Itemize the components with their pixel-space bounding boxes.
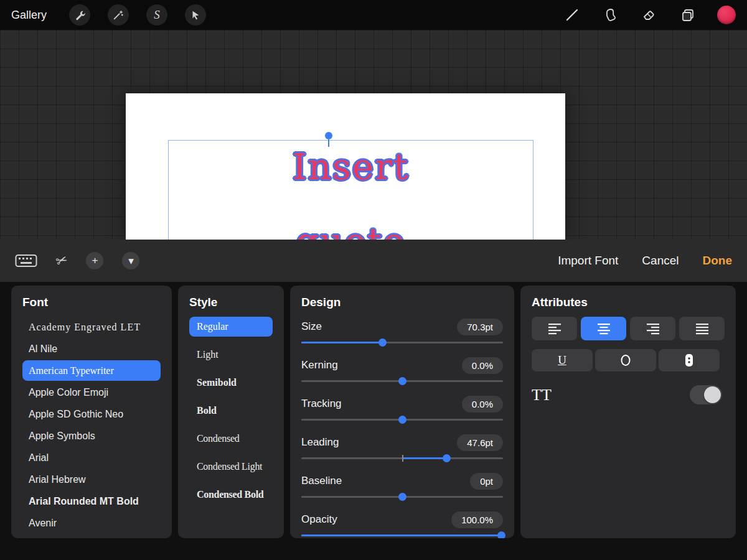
design-panel-title: Design (301, 296, 503, 309)
leading-label: Leading (301, 436, 339, 449)
scissors-icon[interactable]: ✂ (56, 253, 67, 269)
attributes-panel: Attributes (520, 286, 736, 538)
style-item-bold[interactable]: Bold (189, 401, 273, 421)
style-panel: Style Regular Light Semibold Bold Conden… (178, 286, 284, 538)
kerning-slider-track[interactable] (301, 376, 503, 385)
size-slider-row: Size 70.3pt (301, 317, 503, 347)
opacity-value[interactable]: 100.0% (451, 511, 503, 528)
size-value[interactable]: 70.3pt (457, 319, 503, 335)
baseline-slider-thumb[interactable] (398, 493, 406, 501)
canvas-workspace[interactable]: Insert quote (0, 30, 747, 240)
tracking-slider-track[interactable] (301, 415, 503, 424)
transform-icon[interactable] (185, 4, 206, 26)
tracking-slider-thumb[interactable] (398, 416, 406, 424)
opacity-slider-row: Opacity 100.0% (301, 510, 503, 538)
opacity-label: Opacity (301, 513, 337, 526)
style-item-condensed-light[interactable]: Condensed Light (189, 457, 273, 477)
baseline-value[interactable]: 0pt (470, 473, 503, 490)
leading-slider-thumb[interactable] (443, 454, 451, 462)
alignment-buttons (532, 317, 725, 340)
eraser-icon[interactable] (639, 4, 660, 26)
opacity-slider-thumb[interactable] (497, 531, 505, 538)
align-right-icon (645, 322, 661, 335)
text-sheet-toolbar: ✂ + ▾ Import Font Cancel Done (0, 240, 747, 282)
style-item-regular[interactable]: Regular (189, 317, 273, 337)
align-center-icon (596, 322, 612, 335)
style-item-condensed-bold[interactable]: Condensed Bold (189, 485, 273, 505)
style-list: Regular Light Semibold Bold Condensed Co… (189, 317, 273, 505)
active-color-swatch[interactable] (717, 6, 736, 24)
font-item-apple-sd-gothic-neo[interactable]: Apple SD Gothic Neo (22, 404, 161, 424)
align-left-button[interactable] (532, 317, 577, 340)
tracking-slider-row: Tracking 0.0% (301, 394, 503, 424)
align-center-button[interactable] (581, 317, 626, 340)
gallery-button[interactable]: Gallery (11, 9, 47, 22)
selection-icon[interactable]: S (146, 4, 167, 26)
smudge-icon[interactable] (600, 4, 621, 26)
leading-value[interactable]: 47.6pt (457, 434, 503, 451)
leading-slider-track[interactable] (301, 454, 503, 462)
font-item-american-typewriter[interactable]: American Typewriter (22, 360, 161, 381)
keyboard-icon[interactable] (15, 253, 37, 268)
font-item-arial[interactable]: Arial (22, 447, 161, 468)
align-justify-button[interactable] (679, 317, 725, 340)
import-font-button[interactable]: Import Font (558, 254, 618, 268)
baseline-slider-row: Baseline 0pt (301, 471, 503, 501)
magic-wand-icon[interactable] (108, 4, 129, 26)
font-item-avenir[interactable]: Avenir (22, 513, 161, 533)
outline-icon (620, 354, 631, 366)
style-item-semibold[interactable]: Semibold (189, 373, 273, 393)
text-style-buttons: U (532, 349, 725, 371)
kerning-slider-thumb[interactable] (398, 377, 406, 385)
baseline-label: Baseline (301, 475, 342, 487)
font-item-arial-rounded-mt-bold[interactable]: Arial Rounded MT Bold (22, 491, 161, 511)
style-item-condensed[interactable]: Condensed (189, 429, 273, 449)
font-item-academy-engraved-let[interactable]: Academy Engraved LET (22, 317, 161, 337)
opacity-slider-track[interactable] (301, 531, 503, 538)
font-item-al-nile[interactable]: Al Nile (22, 338, 161, 359)
vertical-text-button[interactable] (659, 349, 720, 371)
font-item-apple-color-emoji[interactable]: Apple Color Emoji (22, 382, 161, 403)
style-panel-title: Style (189, 296, 273, 309)
brush-icon[interactable] (561, 4, 583, 26)
font-panel: Font Academy Engraved LET Al Nile Americ… (11, 286, 172, 538)
font-list: Academy Engraved LET Al Nile American Ty… (22, 317, 161, 533)
align-left-icon (547, 322, 563, 335)
align-justify-icon (694, 322, 710, 335)
canvas-text-line1[interactable]: Insert (169, 146, 533, 188)
outline-button[interactable] (595, 349, 656, 371)
kerning-value[interactable]: 0.0% (462, 357, 503, 374)
align-right-button[interactable] (630, 317, 675, 340)
plus-icon[interactable]: + (86, 252, 103, 269)
chevron-down-icon[interactable]: ▾ (122, 252, 139, 269)
artwork-canvas[interactable]: Insert quote (126, 93, 565, 240)
canvas-text-line2[interactable]: quote (169, 220, 533, 240)
cancel-button[interactable]: Cancel (642, 254, 679, 268)
top-toolbar: Gallery S (0, 0, 747, 30)
underline-icon: U (558, 353, 566, 367)
attributes-panel-title: Attributes (532, 296, 725, 309)
size-slider-track[interactable] (301, 338, 503, 347)
underline-button[interactable]: U (532, 349, 593, 371)
font-panel-title: Font (22, 296, 161, 309)
design-panel: Design Size 70.3pt Kerning 0.0% (290, 286, 514, 538)
tt-toggle[interactable] (690, 385, 722, 404)
style-item-light[interactable]: Light (189, 345, 273, 365)
kerning-label: Kerning (301, 359, 338, 371)
leading-slider-row: Leading 47.6pt (301, 432, 503, 462)
font-item-apple-symbols[interactable]: Apple Symbols (22, 426, 161, 446)
capitalization-row: TT (532, 385, 725, 404)
tracking-value[interactable]: 0.0% (462, 396, 503, 413)
text-editing-sheet: ✂ + ▾ Import Font Cancel Done Font Acade… (0, 240, 747, 560)
text-bounding-box[interactable]: Insert quote (168, 140, 533, 240)
kerning-slider-row: Kerning 0.0% (301, 355, 503, 385)
font-item-arial-hebrew[interactable]: Arial Hebrew (22, 469, 161, 490)
layers-icon[interactable] (677, 4, 698, 26)
wrench-icon[interactable] (69, 4, 90, 26)
size-label: Size (301, 320, 322, 333)
procreate-text-editor: Gallery S (0, 0, 747, 560)
panels-row: Font Academy Engraved LET Al Nile Americ… (0, 282, 747, 538)
baseline-slider-track[interactable] (301, 492, 503, 501)
done-button[interactable]: Done (703, 254, 733, 268)
size-slider-thumb[interactable] (378, 338, 387, 347)
